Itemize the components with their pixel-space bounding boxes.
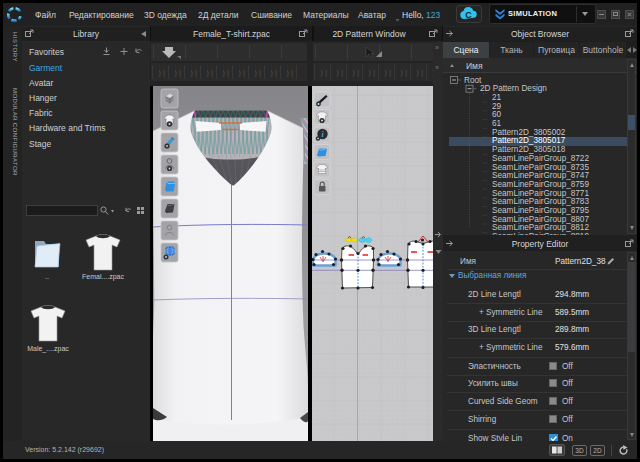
- svg-text:)|: )|: [367, 68, 377, 77]
- svg-text:)|: )|: [335, 68, 345, 77]
- svg-text:)|: )|: [253, 68, 263, 77]
- svg-text:)|: )|: [285, 68, 295, 77]
- svg-text:)|: )|: [319, 68, 329, 77]
- svg-text:2D: 2D: [593, 447, 602, 454]
- svg-text:)|: )|: [157, 68, 167, 77]
- svg-text:C: C: [465, 10, 472, 20]
- svg-text:)|: )|: [269, 68, 279, 77]
- svg-text:3D: 3D: [575, 447, 584, 454]
- svg-text:)|: )|: [415, 68, 425, 77]
- svg-text:)|: )|: [189, 68, 199, 77]
- svg-text:)|: )|: [399, 68, 409, 77]
- svg-text:)|: )|: [205, 68, 215, 77]
- svg-text:)|: )|: [237, 68, 247, 77]
- svg-text:)|: )|: [351, 68, 361, 77]
- svg-text:)|: )|: [221, 68, 231, 77]
- svg-text:)|: )|: [173, 68, 183, 77]
- svg-text:)|: )|: [383, 68, 393, 77]
